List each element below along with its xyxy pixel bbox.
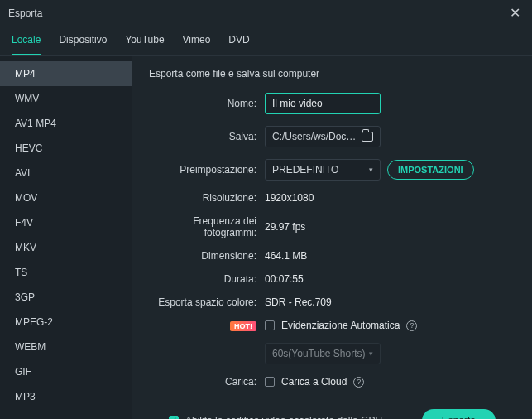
folder-icon[interactable]: [362, 132, 373, 142]
tab-bar: Locale Dispositivo YouTube Vimeo DVD: [0, 26, 532, 56]
format-sidebar: MP4 WMV AV1 MP4 HEVC AVI MOV F4V MKV TS …: [0, 56, 132, 419]
help-icon[interactable]: ?: [406, 320, 417, 331]
format-f4v[interactable]: F4V: [0, 210, 132, 235]
preset-select[interactable]: PREDEFINITO ▾: [265, 159, 381, 181]
tab-locale[interactable]: Locale: [12, 29, 41, 55]
close-icon[interactable]: ✕: [506, 5, 524, 21]
label-resolution: Risoluzione:: [149, 192, 265, 204]
label-size: Dimensione:: [149, 250, 265, 262]
tab-dvd[interactable]: DVD: [228, 29, 249, 55]
tab-vimeo[interactable]: Vimeo: [183, 29, 211, 55]
label-preset: Preimpostazione:: [149, 164, 265, 176]
window-title: Esporta: [8, 7, 42, 19]
auto-highlight-label: Evidenziazione Automatica: [281, 320, 400, 331]
label-upload: Carica:: [149, 376, 265, 388]
value-size: 464.1 MB: [265, 250, 307, 262]
save-path-field[interactable]: C:/Users/ws/Documents/W: [265, 126, 381, 147]
highlight-preset-select: 60s(YouTube Shorts) ▾: [265, 343, 381, 364]
settings-button[interactable]: IMPOSTAZIONI: [387, 160, 474, 180]
save-path-text: C:/Users/ws/Documents/W: [272, 131, 357, 142]
gpu-accel-checkbox[interactable]: [169, 416, 179, 419]
tab-device[interactable]: Dispositivo: [59, 29, 107, 55]
format-mp3[interactable]: MP3: [0, 384, 132, 409]
format-ts[interactable]: TS: [0, 260, 132, 285]
label-duration: Durata:: [149, 273, 265, 285]
export-button[interactable]: Esporta: [422, 409, 496, 419]
label-hot: HOT!: [149, 320, 265, 331]
value-resolution: 1920x1080: [265, 192, 314, 204]
highlight-preset-text: 60s(YouTube Shorts): [272, 348, 366, 359]
export-heading: Esporta come file e salva sul computer: [149, 68, 515, 79]
format-mp4[interactable]: MP4: [0, 61, 132, 86]
label-fps: Frequenza dei fotogrammi:: [149, 215, 265, 238]
value-colorspace: SDR - Rec.709: [265, 296, 332, 308]
upload-cloud-label: Carica a Cloud: [281, 376, 347, 388]
format-av1mp4[interactable]: AV1 MP4: [0, 111, 132, 136]
format-gif[interactable]: GIF: [0, 359, 132, 384]
format-wmv[interactable]: WMV: [0, 86, 132, 111]
format-3gp[interactable]: 3GP: [0, 285, 132, 310]
format-mpeg2[interactable]: MPEG-2: [0, 310, 132, 335]
format-hevc[interactable]: HEVC: [0, 136, 132, 161]
label-save: Salva:: [149, 131, 265, 142]
label-name: Nome:: [149, 98, 265, 109]
help-icon[interactable]: ?: [353, 377, 364, 388]
label-colorspace: Esporta spazio colore:: [149, 296, 265, 308]
name-input[interactable]: [265, 93, 381, 114]
tab-youtube[interactable]: YouTube: [125, 29, 164, 55]
value-duration: 00:07:55: [265, 273, 304, 285]
format-mkv[interactable]: MKV: [0, 235, 132, 260]
hot-badge: HOT!: [230, 321, 256, 331]
preset-selected: PREDEFINITO: [272, 164, 338, 176]
upload-cloud-checkbox[interactable]: [265, 377, 275, 387]
gpu-accel-label: Abilita la codifica video accelerata dal…: [185, 415, 382, 419]
format-mov[interactable]: MOV: [0, 185, 132, 210]
auto-highlight-checkbox[interactable]: [265, 320, 275, 330]
value-fps: 29.97 fps: [265, 221, 305, 233]
chevron-down-icon: ▾: [369, 349, 373, 358]
format-avi[interactable]: AVI: [0, 161, 132, 185]
format-webm[interactable]: WEBM: [0, 335, 132, 359]
chevron-down-icon: ▾: [369, 166, 373, 174]
